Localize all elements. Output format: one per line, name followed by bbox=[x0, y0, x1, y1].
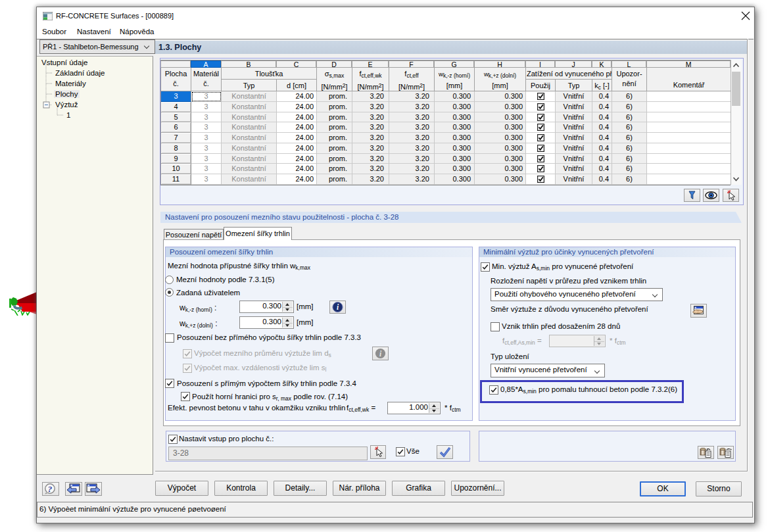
svg-text:?: ? bbox=[48, 484, 53, 494]
